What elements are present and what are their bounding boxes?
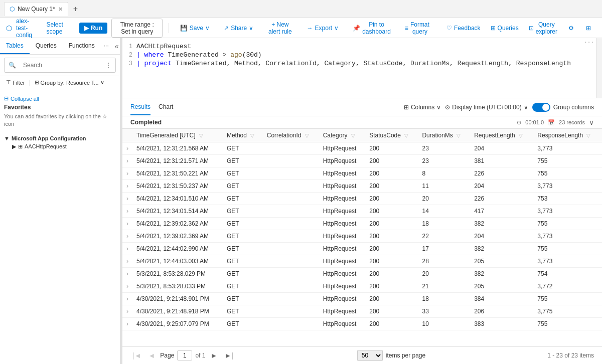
queries-button[interactable]: ⊞ Queries [487, 23, 523, 34]
sidebar-tab-queries[interactable]: Queries [30, 38, 63, 54]
result-table-container[interactable]: TimeGenerated [UTC] ▽ Method ▽ Correlati… [122, 129, 602, 346]
completed-status: Completed [130, 119, 162, 126]
expand-results-button[interactable]: ∨ [589, 118, 594, 126]
query-explorer-button[interactable]: ⊡ Query explorer [525, 19, 561, 37]
search-menu-icon[interactable]: ⋮ [105, 62, 111, 69]
pin-button[interactable]: 📌 Pin to dashboard [348, 19, 396, 37]
table-cell: 384 [470, 293, 533, 305]
search-icon: 🔍 [9, 62, 16, 69]
table-cell: GET [223, 293, 263, 305]
page-number-input[interactable] [177, 350, 192, 360]
row-expand-button[interactable]: › [126, 183, 128, 190]
table-cell: 417 [470, 205, 533, 218]
table-row: ›5/4/2021, 12:31:50.221 AMGETHttpRequest… [122, 167, 602, 180]
code-line-1: 1 AACHttpRequest [122, 42, 602, 51]
add-tab-button[interactable]: + [70, 5, 81, 14]
save-button[interactable]: 💾 Save ∨ [175, 23, 215, 34]
filter-icon-method[interactable]: ▽ [250, 133, 254, 138]
db-section: ▼ Microsoft App Configuration ▶ ⊞ AACHtt… [4, 134, 116, 151]
db-item-aachttprequest[interactable]: ▶ ⊞ AACHttpRequest [4, 142, 116, 151]
col-correlationid[interactable]: CorrelationId ▽ [263, 129, 319, 142]
col-durationms[interactable]: DurationMs ▽ [418, 129, 470, 142]
table-cell [263, 218, 319, 230]
db-section-header[interactable]: ▼ Microsoft App Configuration [4, 134, 116, 142]
filter-icon-requestlength[interactable]: ▽ [519, 133, 523, 138]
first-page-button[interactable]: |◄ [130, 350, 143, 360]
run-button[interactable]: ▶ Run [79, 23, 107, 34]
last-page-button[interactable]: ►| [222, 350, 235, 360]
group-columns-toggle[interactable] [532, 103, 550, 112]
table-cell: HttpRequest [319, 305, 366, 318]
col-method[interactable]: Method ▽ [223, 129, 263, 142]
share-button[interactable]: ↗ Share ∨ [219, 23, 258, 34]
items-per-page-select[interactable]: 50 100 200 [357, 350, 383, 361]
editor-scrollbar[interactable] [596, 38, 602, 98]
row-expand-button[interactable]: › [126, 170, 128, 177]
prev-page-button[interactable]: ◄ [146, 350, 158, 360]
table-cell: 28 [418, 255, 470, 268]
col-responselength[interactable]: ResponseLength ▽ [533, 129, 602, 142]
table-cell: 200 [365, 318, 418, 330]
table-cell: 21 [418, 280, 470, 293]
star-icon: ☆ [102, 113, 107, 119]
filter-icon-category[interactable]: ▽ [351, 133, 355, 138]
db-collapse-icon: ▼ [4, 135, 10, 141]
table-cell: HttpRequest [319, 230, 366, 243]
row-expand-button[interactable]: › [126, 320, 128, 327]
row-expand-button[interactable]: › [126, 157, 128, 164]
format-button[interactable]: ≡ Format query [400, 19, 434, 37]
active-tab[interactable]: ⬡ New Query 1* ✕ [4, 2, 68, 16]
gear-icon: ⚙ [568, 25, 574, 32]
groupby-chevron: ∨ [100, 79, 104, 86]
col-requestlength[interactable]: RequestLength ▽ [470, 129, 533, 142]
table-row: ›5/4/2021, 12:34:01.514 AMGETHttpRequest… [122, 205, 602, 218]
col-statuscode[interactable]: StatusCode ▽ [365, 129, 418, 142]
next-page-button[interactable]: ► [208, 350, 219, 360]
results-tab-results[interactable]: Results [130, 99, 150, 115]
filter-icon-timegenerated[interactable]: ▽ [199, 133, 203, 138]
items-per-page-control: 50 100 200 items per page [357, 350, 425, 361]
row-expand-button[interactable]: › [126, 270, 128, 277]
row-expand-button[interactable]: › [126, 258, 128, 265]
sidebar-actions-bar: ⊤ Filter | ⊞ Group by: Resource T... ∨ [0, 76, 120, 89]
row-expand-button[interactable]: › [126, 195, 128, 202]
col-timegenerated[interactable]: TimeGenerated [UTC] ▽ [132, 129, 223, 142]
table-cell: 3,773 [533, 180, 602, 193]
collapse-all-button[interactable]: ⊟ Collapse all [4, 93, 39, 104]
select-scope-link[interactable]: Select scope [46, 21, 67, 35]
feedback-button[interactable]: ♡ Feedback [442, 23, 485, 34]
table-cell: HttpRequest [319, 205, 366, 218]
filter-button[interactable]: ⊤ Filter [4, 78, 27, 87]
sidebar-more-button[interactable]: ··· [101, 38, 112, 54]
new-alert-button[interactable]: + New alert rule [262, 19, 297, 37]
row-expand-button[interactable]: › [126, 145, 128, 152]
sidebar-tab-tables[interactable]: Tables [0, 38, 30, 54]
filter-icon-correlationid[interactable]: ▽ [305, 133, 309, 138]
row-expand-button[interactable]: › [126, 245, 128, 252]
code-editor[interactable]: 1 AACHttpRequest 2 | where TimeGenerated… [122, 38, 602, 98]
row-expand-button[interactable]: › [126, 233, 128, 240]
settings-button[interactable]: ⚙ [563, 23, 579, 34]
results-tab-chart[interactable]: Chart [159, 99, 173, 115]
row-expand-button[interactable]: › [126, 283, 128, 290]
table-cell: 5/4/2021, 12:39:02.362 AM [132, 218, 223, 230]
display-time-button[interactable]: ⊙ Display time (UTC+00:00) ∨ [445, 104, 528, 111]
col-category[interactable]: Category ▽ [319, 129, 366, 142]
export-button[interactable]: → Export ∨ [302, 23, 344, 34]
search-input[interactable] [19, 60, 102, 71]
filter-icon-responselength[interactable]: ▽ [586, 133, 590, 138]
filter-icon-durationms[interactable]: ▽ [457, 133, 461, 138]
columns-button[interactable]: ⊞ Columns ∨ [404, 104, 441, 111]
row-expand-button[interactable]: › [126, 208, 128, 215]
sidebar-tab-functions[interactable]: Functions [63, 38, 101, 54]
groupby-button[interactable]: ⊞ Group by: Resource T... ∨ [33, 78, 106, 87]
row-expand-button[interactable]: › [126, 295, 128, 302]
format-icon: ≡ [405, 25, 408, 32]
time-range-button[interactable]: Time range : Set in query [111, 19, 163, 38]
filter-icon-statuscode[interactable]: ▽ [404, 133, 408, 138]
main-layout: Tables Queries Functions ··· « 🔍 ⋮ ⊤ Fil… [0, 38, 602, 364]
layout-button[interactable]: ⊞ [581, 23, 596, 34]
row-expand-button[interactable]: › [126, 220, 128, 227]
row-expand-button[interactable]: › [126, 308, 128, 315]
tab-close-icon[interactable]: ✕ [58, 6, 63, 13]
